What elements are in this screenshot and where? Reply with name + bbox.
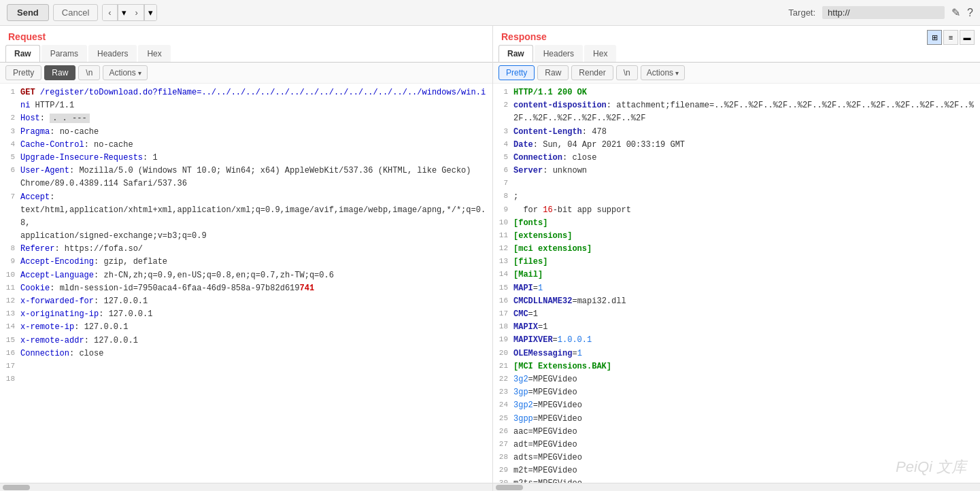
- line-content: Connection: close: [20, 347, 492, 360]
- line-number: 11: [0, 282, 20, 295]
- line-number: 12: [0, 295, 20, 308]
- response-render-button[interactable]: Render: [571, 65, 613, 80]
- line-number: 4: [0, 139, 20, 152]
- response-line: 18 MAPIX=1: [493, 321, 980, 334]
- forward-dropdown-button[interactable]: ▾: [144, 5, 156, 20]
- line-number: 2: [493, 99, 513, 125]
- line-number: 23: [493, 386, 513, 399]
- tab-request-raw[interactable]: Raw: [5, 45, 40, 62]
- line-content: [files]: [513, 256, 980, 269]
- response-line: 27 adt=MPEGVideo: [493, 439, 980, 451]
- line-content: Referer: https://fofa.so/: [20, 243, 492, 256]
- line-content: Cache-Control: no-cache: [20, 139, 492, 152]
- response-line: 15 MAPI=1: [493, 282, 980, 295]
- tab-request-headers[interactable]: Headers: [88, 45, 137, 62]
- tab-response-hex[interactable]: Hex: [584, 45, 616, 62]
- line-content: x-originating-ip: 127.0.0.1: [20, 308, 492, 321]
- response-line: 21 [MCI Extensions.BAK]: [493, 360, 980, 373]
- request-code-area[interactable]: 1 GET /register/toDownload.do?fileName=.…: [0, 84, 492, 483]
- line-number: 16: [0, 347, 20, 360]
- target-url: http://: [822, 6, 945, 19]
- line-content: CMCDLLNAME32=mapi32.dll: [513, 295, 980, 308]
- request-title: Request: [0, 26, 492, 45]
- line-content: ;: [513, 190, 980, 203]
- line-number: 1: [493, 86, 513, 99]
- cancel-button[interactable]: Cancel: [53, 4, 98, 21]
- line-content: 3gpp=MPEGVideo: [513, 413, 980, 426]
- response-pretty-button[interactable]: Pretty: [499, 65, 535, 80]
- tab-request-params[interactable]: Params: [41, 45, 87, 62]
- line-content: aac=MPEGVideo: [513, 426, 980, 439]
- line-content: for 16-bit app support: [513, 204, 980, 217]
- navigation-group: ‹ ▾ › ▾: [102, 4, 157, 21]
- line-content: 3g2=MPEGVideo: [513, 373, 980, 386]
- tab-response-headers[interactable]: Headers: [535, 45, 583, 62]
- response-bottom-scrollbar[interactable]: [493, 483, 980, 491]
- line-content: Cookie: mldn-session-id=7950aca4-6faa-46…: [20, 282, 492, 295]
- response-line: 16 CMCDLLNAME32=mapi32.dll: [493, 295, 980, 308]
- request-line: 15 x-remote-addr: 127.0.0.1: [0, 335, 492, 347]
- split-view-button[interactable]: ⊞: [927, 30, 942, 45]
- line-content: Accept:: [20, 191, 492, 204]
- line-number: 5: [0, 152, 20, 165]
- request-bottom-scrollbar[interactable]: [0, 483, 492, 491]
- line-number: 18: [493, 321, 513, 334]
- line-number: 20: [493, 347, 513, 360]
- response-actions-chevron-icon: ▾: [675, 69, 679, 77]
- line-content: [20, 373, 492, 386]
- request-actions-button[interactable]: Actions ▾: [103, 65, 147, 80]
- line-number: 10: [0, 269, 20, 282]
- help-icon[interactable]: ?: [967, 7, 973, 19]
- response-ln-button[interactable]: \n: [616, 65, 638, 80]
- line-number: 9: [0, 256, 20, 269]
- request-line: 5 Upgrade-Insecure-Requests: 1: [0, 152, 492, 165]
- response-header-row: Response: [493, 26, 980, 45]
- line-number: 29: [493, 464, 513, 477]
- response-line: 13 [files]: [493, 256, 980, 269]
- send-button[interactable]: Send: [7, 4, 49, 21]
- line-number: 9: [493, 204, 513, 217]
- forward-button[interactable]: ›: [130, 5, 144, 20]
- request-line: 10 Accept-Language: zh-CN,zh;q=0.9,en-US…: [0, 269, 492, 282]
- request-line: 8 Referer: https://fofa.so/: [0, 243, 492, 256]
- line-number: 14: [0, 321, 20, 334]
- line-content: User-Agent: Mozilla/5.0 (Windows NT 10.0…: [20, 165, 492, 177]
- response-line: 2 content-disposition: attachment;filena…: [493, 99, 980, 125]
- request-pretty-button[interactable]: Pretty: [5, 65, 41, 80]
- response-line: 3 Content-Length: 478: [493, 126, 980, 139]
- line-number: 12: [493, 243, 513, 256]
- line-number: 15: [0, 335, 20, 347]
- response-line: 8 ;: [493, 190, 980, 203]
- line-content: 3gp2=MPEGVideo: [513, 399, 980, 412]
- line-number: 18: [0, 373, 20, 386]
- response-code-area[interactable]: 1 HTTP/1.1 200 OK 2 content-disposition:…: [493, 84, 980, 483]
- request-line: text/html,application/xhtml+xml,applicat…: [0, 204, 492, 230]
- line-content: Accept-Language: zh-CN,zh;q=0.9,en-US;q=…: [20, 269, 492, 282]
- line-number: 19: [493, 334, 513, 347]
- response-secondary-bar: Pretty Raw Render \n Actions ▾: [493, 63, 980, 84]
- tab-response-raw[interactable]: Raw: [499, 45, 533, 62]
- response-line: 28 adts=MPEGVideo: [493, 451, 980, 464]
- response-line: 20 OLEMessaging=1: [493, 347, 980, 360]
- request-line: 1 GET /register/toDownload.do?fileName=.…: [0, 86, 492, 112]
- response-raw-button[interactable]: Raw: [537, 65, 569, 80]
- line-content: Content-Length: 478: [513, 126, 980, 139]
- response-actions-button[interactable]: Actions ▾: [641, 65, 685, 80]
- edit-icon[interactable]: ✎: [951, 6, 960, 19]
- request-raw-button[interactable]: Raw: [44, 65, 75, 80]
- line-number: 13: [493, 256, 513, 269]
- request-ln-button[interactable]: \n: [78, 65, 100, 80]
- request-line: 11 Cookie: mldn-session-id=7950aca4-6faa…: [0, 282, 492, 295]
- list-view-button[interactable]: ≡: [943, 30, 958, 45]
- compact-view-button[interactable]: ▬: [960, 30, 975, 45]
- response-line: 30 m2ts=MPEGVideo: [493, 477, 980, 483]
- request-line: 7 Accept:: [0, 191, 492, 204]
- back-button[interactable]: ‹: [103, 5, 117, 20]
- line-number: 7: [493, 177, 513, 190]
- line-content: MAPIXVER=1.0.0.1: [513, 334, 980, 347]
- response-line: 1 HTTP/1.1 200 OK: [493, 86, 980, 99]
- back-dropdown-button[interactable]: ▾: [118, 5, 130, 20]
- line-content: Chrome/89.0.4389.114 Safari/537.36: [20, 177, 492, 190]
- tab-request-hex[interactable]: Hex: [138, 45, 170, 62]
- line-content: CMC=1: [513, 308, 980, 321]
